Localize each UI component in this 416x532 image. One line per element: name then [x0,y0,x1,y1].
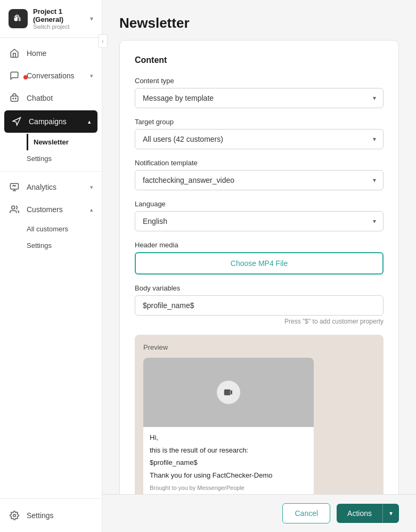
preview-text: Hi, this is the result of our research: … [143,427,314,494]
preview-box: Preview Hi, this is the result of our re… [135,335,384,494]
customers-subitems: All customers Settings [0,221,102,254]
content-type-select[interactable]: Message by template [135,88,384,108]
content-card: Content Content type Message by template… [119,40,399,494]
sidebar-subitem-all-customers[interactable]: All customers [27,221,102,237]
preview-line4: Thank you for using FactChecker-Demo [150,470,307,481]
campaigns-chevron-icon: ▴ [88,118,91,125]
settings-label: Settings [27,511,93,520]
language-select-wrapper: English ▾ [135,211,384,231]
chatbot-icon [9,92,20,104]
sidebar-nav: Home Conversations ▾ Chatbot [0,38,102,498]
sidebar-item-settings[interactable]: Settings [9,505,93,526]
content-type-label: Content type [135,77,384,85]
header-media-group: Header media Choose MP4 File [135,241,384,275]
campaigns-label: Campaigns [29,117,81,126]
customers-icon [9,204,20,215]
chatbot-label: Chatbot [27,94,93,102]
conversations-chevron-icon: ▾ [90,72,93,79]
home-label: Home [27,49,93,58]
main-content: Newsletter Content Content type Message … [102,0,416,532]
body-variables-hint: Press "$" to add customer property [135,318,384,325]
sidebar-subitem-campaigns-settings[interactable]: Settings [27,150,102,167]
body-variables-input[interactable] [135,295,384,316]
page-header: Newsletter [102,0,416,40]
preview-label: Preview [143,343,375,351]
svg-point-6 [12,206,15,209]
target-group-label: Target group [135,118,384,126]
analytics-label: Analytics [27,183,84,191]
switch-project[interactable]: Switch project [33,23,85,30]
cancel-button[interactable]: Cancel [282,503,330,523]
actions-main-button[interactable]: Actions [337,504,382,523]
sidebar-header[interactable]: Project 1 (General) Switch project ▾ [0,0,102,38]
svg-rect-1 [11,96,18,101]
project-chevron-icon[interactable]: ▾ [90,15,93,22]
home-icon [9,47,20,59]
language-group: Language English ▾ [135,200,384,231]
sidebar-item-conversations[interactable]: Conversations ▾ [0,65,102,87]
actions-button-group: Actions ▾ [337,504,399,523]
preview-video-thumbnail [143,358,314,427]
customers-label: Customers [27,205,84,214]
video-camera-icon [217,381,240,404]
content-type-group: Content type Message by template ▾ [135,77,384,108]
preview-footer: Brought to you by MessengerPeople [150,483,307,493]
analytics-icon [9,181,20,193]
sidebar-item-analytics[interactable]: Analytics ▾ [0,176,102,198]
notification-template-select-wrapper: factchecking_answer_video ▾ [135,170,384,190]
sidebar-bottom: Settings [0,498,102,532]
conversations-icon [9,70,20,82]
project-name: Project 1 (General) [33,7,85,23]
target-group-group: Target group All users (42 customers) ▾ [135,118,384,149]
conversations-label: Conversations [27,71,84,80]
conversations-badge [23,75,28,79]
svg-marker-4 [13,118,20,125]
sidebar-subitem-newsletter[interactable]: Newsletter [27,134,77,150]
choose-file-button[interactable]: Choose MP4 File [135,252,384,275]
settings-icon [9,510,20,521]
nav-divider-1 [0,171,102,172]
preview-line2: this is the result of our research: [150,445,307,456]
project-info: Project 1 (General) Switch project [33,7,85,30]
preview-line3: $profile_name$ [150,457,307,468]
svg-point-3 [15,98,17,99]
campaigns-icon [11,116,22,127]
svg-point-7 [13,514,16,517]
card-title: Content [135,55,384,65]
preview-bubble: Hi, this is the result of our research: … [143,358,314,494]
body-variables-group: Body variables Press "$" to add customer… [135,284,384,325]
analytics-chevron-icon: ▾ [90,184,93,191]
sidebar-item-chatbot[interactable]: Chatbot [0,87,102,109]
newsletter-subitem-wrapper[interactable]: Newsletter [27,134,102,150]
sidebar: Project 1 (General) Switch project ▾ Hom… [0,0,102,532]
sidebar-item-customers[interactable]: Customers ▴ [0,198,102,221]
header-media-label: Header media [135,241,384,249]
app-logo [9,9,28,28]
content-type-select-wrapper: Message by template ▾ [135,88,384,108]
page-footer: Cancel Actions ▾ [102,494,416,532]
page-title: Newsletter [119,15,399,31]
sidebar-subitem-customers-settings[interactable]: Settings [27,237,102,254]
sidebar-collapse-button[interactable]: ‹ [98,34,108,48]
target-group-select-wrapper: All users (42 customers) ▾ [135,129,384,149]
campaigns-subitems: Newsletter Settings [0,134,102,167]
sidebar-item-campaigns[interactable]: Campaigns ▴ [4,110,97,133]
notification-template-group: Notification template factchecking_answe… [135,159,384,190]
target-group-select[interactable]: All users (42 customers) [135,129,384,149]
customers-chevron-icon: ▴ [90,206,93,213]
sidebar-item-home[interactable]: Home [0,42,102,65]
content-area: Content Content type Message by template… [102,40,416,494]
preview-line1: Hi, [150,432,307,443]
language-select[interactable]: English [135,211,384,231]
notification-template-select[interactable]: factchecking_answer_video [135,170,384,190]
actions-dropdown-button[interactable]: ▾ [382,504,399,523]
body-variables-label: Body variables [135,284,384,292]
notification-template-label: Notification template [135,159,384,167]
svg-point-2 [13,98,14,99]
language-label: Language [135,200,384,208]
